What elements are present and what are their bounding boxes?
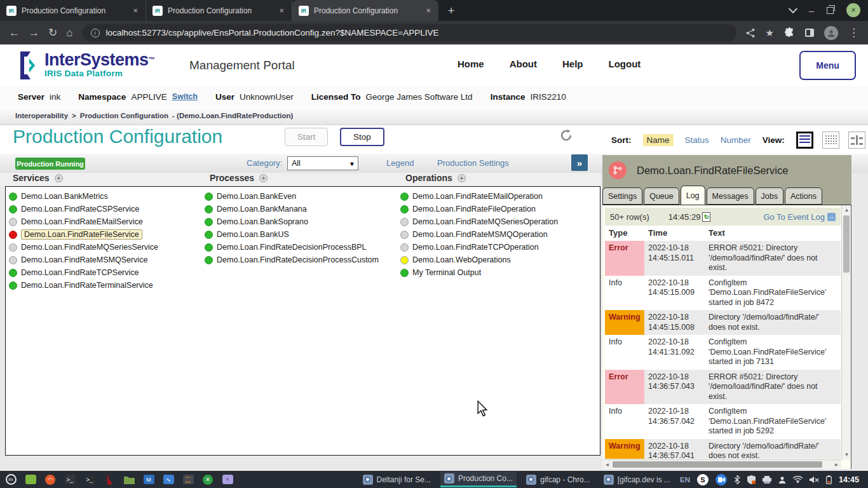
log-col-time[interactable]: Time	[644, 226, 705, 241]
log-row[interactable]: Info 2022-10-1814:36:57.042 ConfigItem '…	[605, 404, 841, 439]
stop-button[interactable]: Stop	[340, 128, 384, 146]
config-item-label[interactable]: Demo.Loan.FindRateMSMQService	[21, 255, 147, 264]
config-item[interactable]: Demo.Loan.FindRateTCPService	[9, 266, 158, 279]
battery-icon[interactable]	[826, 475, 832, 484]
config-item-label[interactable]: Demo.Loan.FindRateMSMQOperation	[412, 230, 548, 239]
bookmark-star-icon[interactable]: ★	[766, 27, 774, 39]
nav-logout-link[interactable]: Logout	[609, 58, 641, 69]
config-item-label[interactable]: Demo.Loan.BankManana	[217, 205, 307, 214]
url-text[interactable]: localhost:52773/csp/applive/EnsPortal.Pr…	[106, 28, 439, 37]
volume-muted-icon[interactable]	[810, 476, 819, 484]
browser-menu-kebab-icon[interactable]: ⋮	[848, 26, 859, 39]
config-item-label[interactable]: Demo.Loan.BankMetrics	[21, 192, 108, 201]
extensions-puzzle-icon[interactable]	[784, 27, 795, 38]
calculator-icon[interactable]: +−×=	[181, 473, 195, 486]
browser-tab-3-active[interactable]: IR Production Configuration ×	[292, 0, 438, 21]
config-item[interactable]: Demo.Loan.FindRateMSMQService	[9, 254, 158, 266]
security-shield-icon[interactable]	[747, 475, 756, 484]
new-tab-button[interactable]: +	[442, 2, 460, 20]
scroll-up-icon[interactable]: ▲	[842, 205, 851, 215]
log-horizontal-scrollbar[interactable]: ◄ ►	[602, 459, 841, 469]
legend-link[interactable]: Legend	[386, 158, 414, 168]
log-col-type[interactable]: Type	[605, 226, 644, 241]
profile-avatar[interactable]	[824, 26, 838, 40]
scroll-down-icon[interactable]: ▼	[842, 450, 851, 459]
tab-actions[interactable]: Actions	[785, 187, 822, 205]
config-item[interactable]: Demo.Loan.FindRateEMailOperation	[400, 190, 558, 203]
language-indicator[interactable]: EN	[680, 476, 690, 484]
log-row[interactable]: Error 2022-10-1814:36:57.043 ERROR #5021…	[605, 370, 841, 405]
tab-close-icon[interactable]: ×	[132, 6, 139, 15]
start-button[interactable]: Start	[285, 128, 328, 146]
config-item[interactable]: Demo.Loan.BankMetrics	[9, 190, 158, 203]
config-item-label[interactable]: My Terminal Output	[412, 268, 481, 277]
printer-icon[interactable]	[763, 476, 771, 484]
config-item[interactable]: Demo.Loan.FindRateTerminalService	[9, 279, 158, 292]
expand-panel-button[interactable]: »	[571, 154, 588, 171]
nav-help-link[interactable]: Help	[562, 58, 583, 69]
log-vertical-scrollbar[interactable]: ▲ ▼	[841, 205, 851, 459]
log-row[interactable]: Warning 2022-10-1814:45:15.008 Directory…	[605, 310, 841, 335]
green-x-app-icon[interactable]: ✕	[201, 473, 215, 486]
config-item-label[interactable]: Demo.Loan.FindRateDecisionProcessCustom	[217, 255, 379, 264]
menu-button[interactable]: Menu	[799, 51, 856, 80]
nav-about-link[interactable]: About	[510, 58, 537, 69]
config-item-label[interactable]: Demo.Loan.WebOperations	[412, 255, 511, 264]
terminal-icon-2[interactable]: >_	[83, 473, 97, 486]
tab-jobs[interactable]: Jobs	[756, 187, 783, 205]
breadcrumb-root-link[interactable]: Interoperability	[15, 112, 68, 119]
close-window-button[interactable]: ×	[846, 3, 860, 17]
list-view-button[interactable]	[796, 132, 813, 149]
config-item-label[interactable]: Demo.Loan.FindRateCSPService	[21, 205, 139, 214]
sort-by-name[interactable]: Name	[643, 134, 674, 146]
tab-search-chevron-icon[interactable]	[789, 4, 797, 13]
browser-tab-2[interactable]: IR Production Configuration ×	[146, 0, 292, 21]
minimize-button[interactable]: –	[809, 5, 814, 16]
notes-app-icon[interactable]: ≡	[220, 473, 234, 486]
config-item-label[interactable]: Demo.Loan.FindRateEMailOperation	[412, 192, 543, 201]
config-item-label[interactable]: Demo.Loan.BankSoprano	[217, 217, 308, 226]
config-item-label[interactable]: Demo.Loan.FindRateFileOperation	[412, 205, 536, 214]
file-manager-icon[interactable]	[122, 473, 136, 486]
red-app-icon[interactable]	[102, 473, 116, 486]
restore-button[interactable]	[827, 7, 834, 14]
log-row[interactable]: Info 2022-10-1814:41:31.092 ConfigItem '…	[605, 335, 841, 370]
browser-tab-1[interactable]: IR Production Configuration ×	[0, 0, 146, 21]
config-item-label[interactable]: Demo.Loan.FindRateFileService	[21, 229, 142, 240]
bluetooth-icon[interactable]	[734, 475, 740, 484]
add-service-icon[interactable]: +	[55, 174, 63, 182]
tab-close-icon[interactable]: ×	[424, 6, 432, 15]
config-item[interactable]: Demo.Loan.WebOperations	[400, 254, 558, 266]
config-item[interactable]: Demo.Loan.FindRateDecisionProcessCustom	[205, 254, 379, 266]
config-item[interactable]: Demo.Loan.FindRateCSPService	[9, 203, 158, 215]
config-item[interactable]: Demo.Loan.BankSoprano	[205, 215, 379, 228]
config-item[interactable]: Demo.Loan.FindRateTCPOperation	[400, 241, 558, 254]
grid-view-button[interactable]	[822, 132, 839, 149]
tab-settings[interactable]: Settings	[602, 187, 642, 205]
share-icon[interactable]	[745, 28, 756, 38]
terminal-icon[interactable]: >_	[63, 473, 77, 486]
sort-by-number[interactable]: Number	[721, 135, 751, 145]
taskbar-window-production-active[interactable]: Production Co...	[440, 471, 517, 487]
config-item-label[interactable]: Demo.Loan.BankUS	[217, 230, 289, 239]
config-item-label[interactable]: Demo.Loan.BankEven	[217, 192, 296, 201]
home-icon[interactable]: ⌂	[66, 27, 72, 39]
vertical-scroll-thumb[interactable]	[843, 215, 850, 273]
split-view-button[interactable]	[848, 132, 865, 149]
event-log-link-text[interactable]: Go To Event Log	[763, 212, 825, 222]
config-item-label[interactable]: Demo.Loan.FindRateTCPOperation	[412, 243, 539, 252]
tab-log[interactable]: Log	[681, 186, 705, 205]
config-item[interactable]: Demo.Loan.BankManana	[205, 203, 379, 215]
taskbar-window-gifcap-dev[interactable]: [gifcap.dev is ...	[600, 471, 674, 487]
media-app-icon[interactable]: ∿	[161, 473, 175, 486]
config-item-label[interactable]: Demo.Loan.FindRateMQSeriesService	[21, 243, 158, 252]
config-item[interactable]: Demo.Loan.FindRateMQSeriesService	[9, 241, 158, 254]
config-item-label[interactable]: Demo.Loan.FindRateTCPService	[21, 268, 139, 277]
tab-queue[interactable]: Queue	[644, 187, 679, 205]
log-row[interactable]: Error 2022-10-1814:45:15.011 ERROR #5021…	[605, 241, 841, 276]
config-item[interactable]: Demo.Loan.FindRateMQSeriesOperation	[400, 215, 558, 228]
auto-refresh-icon[interactable]: ↻	[702, 212, 710, 222]
config-item-label[interactable]: Demo.Loan.FindRateEMailService	[21, 217, 143, 226]
production-settings-link[interactable]: Production Settings	[437, 158, 509, 168]
config-item-label[interactable]: Demo.Loan.FindRateMQSeriesOperation	[412, 217, 558, 226]
